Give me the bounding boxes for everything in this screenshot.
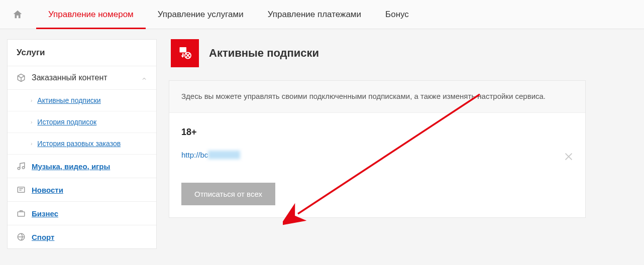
media-icon — [17, 162, 26, 171]
subscription-title: 18+ — [181, 127, 573, 138]
sidebar-item-label[interactable]: Спорт — [32, 233, 54, 241]
bullet-icon: › — [31, 98, 32, 103]
tab-manage-payments[interactable]: Управление платежами — [256, 0, 373, 29]
tab-bonus[interactable]: Бонус — [373, 0, 421, 29]
svg-rect-3 — [18, 212, 25, 216]
page-title: Активные подписки — [209, 47, 319, 60]
close-icon[interactable] — [563, 151, 574, 162]
page-title-row: Активные подписки — [169, 39, 586, 67]
tab-label: Бонус — [385, 10, 409, 20]
sidebar-sub-link[interactable]: Активные подписки — [37, 96, 100, 104]
subscriptions-panel: Здесь вы можете управлять своими подключ… — [169, 80, 586, 218]
sidebar-item-label[interactable]: Музыка, видео, игры — [32, 162, 110, 171]
briefcase-icon — [17, 209, 26, 218]
sport-icon — [17, 232, 26, 241]
subscription-url-prefix: http://bc — [181, 151, 208, 159]
panel-description: Здесь вы можете управлять своими подключ… — [169, 81, 585, 113]
tab-label: Управление услугами — [158, 10, 244, 20]
tab-label: Управление платежами — [268, 10, 361, 20]
sidebar-item-sport[interactable]: Спорт — [8, 225, 156, 248]
sidebar-item-label[interactable]: Бизнес — [32, 209, 58, 218]
sidebar-header: Услуги — [8, 40, 156, 66]
tab-label: Управление номером — [48, 10, 134, 20]
svg-rect-5 — [180, 47, 187, 53]
bullet-icon: › — [31, 119, 32, 125]
bullet-icon: › — [31, 141, 32, 147]
sidebar-group-label: Заказанный контент — [32, 73, 108, 82]
cube-icon — [17, 73, 26, 82]
sidebar-sub-active-subscriptions[interactable]: › Активные подписки — [8, 90, 156, 111]
sidebar-item-news[interactable]: Новости — [8, 178, 156, 202]
sidebar: Услуги Заказанный контент › Активные под… — [7, 39, 157, 249]
subscription-url[interactable]: http://bcxxxx — [181, 151, 240, 159]
sidebar-item-label[interactable]: Новости — [32, 186, 63, 194]
sidebar-sub-single-orders-history[interactable]: › История разовых заказов — [8, 133, 156, 155]
subscriptions-icon — [171, 39, 199, 67]
sidebar-item-business[interactable]: Бизнес — [8, 202, 156, 225]
sidebar-group-ordered-content[interactable]: Заказанный контент — [8, 66, 156, 90]
home-icon[interactable] — [12, 9, 23, 20]
news-icon — [17, 185, 26, 194]
chevron-up-icon — [141, 75, 147, 81]
sidebar-sub-subscription-history[interactable]: › История подписок — [8, 111, 156, 133]
svg-point-1 — [22, 167, 25, 169]
subscription-url-redacted: xxxx — [208, 151, 240, 159]
sidebar-sub-link[interactable]: История подписок — [37, 118, 96, 126]
unsubscribe-all-button[interactable]: Отписаться от всех — [181, 183, 275, 205]
svg-point-0 — [18, 167, 20, 170]
top-nav: Управление номером Управление услугами У… — [0, 0, 644, 29]
panel-body: 18+ http://bcxxxx Отписаться от всех — [169, 113, 585, 217]
tab-manage-number[interactable]: Управление номером — [36, 0, 146, 29]
tab-manage-services[interactable]: Управление услугами — [146, 0, 256, 29]
sidebar-sub-link[interactable]: История разовых заказов — [37, 140, 121, 148]
sidebar-item-music-video-games[interactable]: Музыка, видео, игры — [8, 155, 156, 178]
main-column: Активные подписки Здесь вы можете управл… — [169, 39, 586, 249]
